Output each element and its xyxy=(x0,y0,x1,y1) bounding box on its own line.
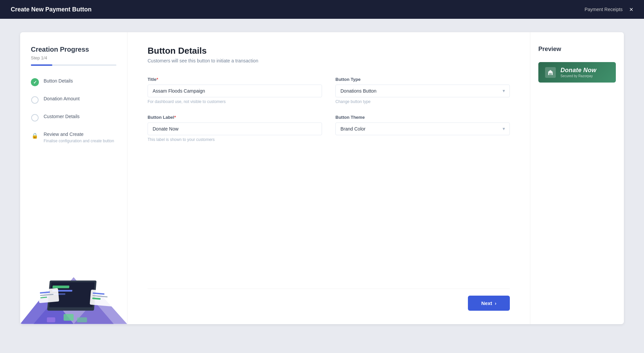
step-item-customer-details[interactable]: Customer Details xyxy=(31,113,116,122)
preview-button-label: Donate Now xyxy=(560,67,596,74)
steps-list: Button Details Donation Amount xyxy=(31,78,116,143)
step-label-button-details: Button Details xyxy=(44,78,73,85)
circle-icon xyxy=(31,96,39,104)
step-label-customer-details: Customer Details xyxy=(44,113,79,120)
main-content: Button Details Customers will see this b… xyxy=(127,32,530,324)
button-theme-select-wrapper: Brand Color Classic Blue Dark ▼ xyxy=(335,122,510,135)
progress-bar-container xyxy=(31,64,116,66)
lock-icon: 🔒 xyxy=(32,133,38,139)
title-hint: For dashboard use, not visible to custom… xyxy=(148,99,322,104)
form-row-2: Button Label* This label is shown to you… xyxy=(148,115,510,142)
svg-rect-18 xyxy=(47,317,55,322)
form-group-button-theme: Button Theme Brand Color Classic Blue Da… xyxy=(335,115,510,142)
form-group-button-type: Button Type Donations Button Payment But… xyxy=(335,77,510,104)
svg-rect-5 xyxy=(52,286,69,288)
topbar-title: Create New Payment Button xyxy=(11,6,92,13)
action-row: Next › xyxy=(148,289,510,311)
button-type-select[interactable]: Donations Button Payment Button Subscrip… xyxy=(335,85,510,97)
step-label-donation-amount: Donation Amount xyxy=(44,96,79,102)
check-icon xyxy=(31,78,39,86)
topbar-right: Payment Receipts × xyxy=(585,6,633,13)
sidebar-step: Step 1/4 xyxy=(31,55,116,60)
form-group-title: Title* For dashboard use, not visible to… xyxy=(148,77,322,104)
outer-container: Creation Progress Step 1/4 Button Detail… xyxy=(0,19,644,338)
close-icon[interactable]: × xyxy=(629,6,633,13)
svg-rect-16 xyxy=(64,314,74,321)
next-button[interactable]: Next › xyxy=(468,296,510,311)
sidebar: Creation Progress Step 1/4 Button Detail… xyxy=(20,32,127,324)
button-type-select-wrapper: Donations Button Payment Button Subscrip… xyxy=(335,85,510,97)
step-label-review-create: Review and Create Finalise configuration… xyxy=(44,131,114,143)
payment-receipts-link[interactable]: Payment Receipts xyxy=(585,7,623,12)
button-type-label: Button Type xyxy=(335,77,510,82)
next-chevron-icon: › xyxy=(495,301,496,306)
step-icon-review-create: 🔒 xyxy=(31,132,39,140)
razorpay-icon xyxy=(545,67,556,78)
preview-title: Preview xyxy=(538,46,616,53)
illustration xyxy=(20,237,127,324)
progress-bar-fill xyxy=(31,64,52,66)
circle-icon-2 xyxy=(31,114,39,121)
title-label: Title* xyxy=(148,77,322,82)
next-label: Next xyxy=(481,300,492,306)
step-item-button-details[interactable]: Button Details xyxy=(31,78,116,86)
title-input[interactable] xyxy=(148,85,322,97)
form-row-1: Title* For dashboard use, not visible to… xyxy=(148,77,510,104)
sidebar-title: Creation Progress xyxy=(31,46,116,53)
page-subtitle: Customers will see this button to initia… xyxy=(148,58,510,63)
step-icon-button-details xyxy=(31,78,39,86)
button-label-input[interactable] xyxy=(148,122,322,135)
svg-rect-17 xyxy=(77,317,87,322)
step-icon-donation-amount xyxy=(31,96,39,104)
button-theme-select[interactable]: Brand Color Classic Blue Dark xyxy=(335,122,510,135)
button-theme-label: Button Theme xyxy=(335,115,510,120)
step-item-review-create: 🔒 Review and Create Finalise configurati… xyxy=(31,131,116,143)
preview-button-text: Donate Now Secured by Razorpay xyxy=(560,67,596,78)
form-group-button-label: Button Label* This label is shown to you… xyxy=(148,115,322,142)
topbar: Create New Payment Button Payment Receip… xyxy=(0,0,644,19)
step-icon-customer-details xyxy=(31,114,39,122)
preview-panel: Preview Donate Now Secured by Razorpay xyxy=(530,32,624,324)
button-type-hint: Change button type xyxy=(335,99,510,104)
button-label-label: Button Label* xyxy=(148,115,322,120)
preview-donate-button[interactable]: Donate Now Secured by Razorpay xyxy=(538,62,616,83)
preview-button-secured: Secured by Razorpay xyxy=(560,74,596,78)
step-item-donation-amount[interactable]: Donation Amount xyxy=(31,96,116,104)
button-label-hint: This label is shown to your customers xyxy=(148,137,322,142)
main-card: Creation Progress Step 1/4 Button Detail… xyxy=(20,32,624,324)
page-title: Button Details xyxy=(148,46,510,56)
